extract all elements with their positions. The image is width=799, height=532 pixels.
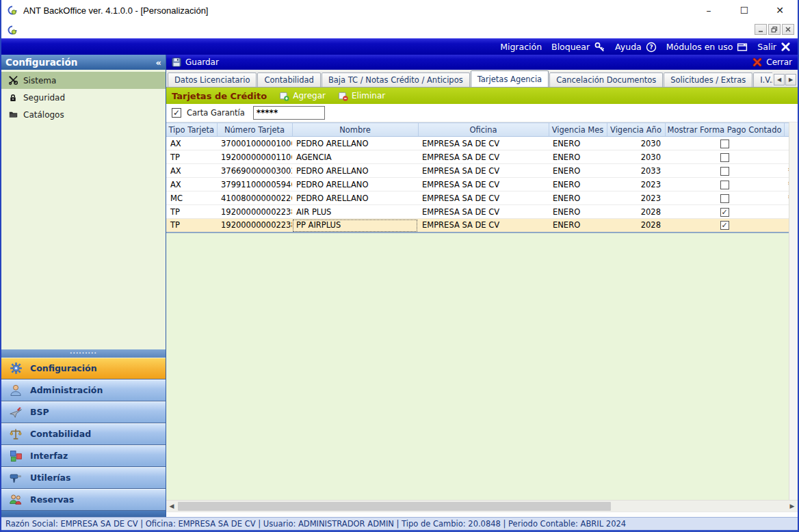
cell-anio[interactable]: 2023 [607,178,665,191]
nav-item-configuracion[interactable]: Configuración [1,358,166,380]
nav-item-bsp[interactable]: BSP [1,401,166,423]
cell-contado[interactable]: ✓ [665,205,784,219]
cell-mes[interactable]: ENERO [549,191,607,205]
salir-menu[interactable]: Salir [757,42,791,52]
tab-contabilidad[interactable]: Contabilidad [257,72,320,87]
cell-nombre[interactable]: PP AIRPLUS [292,219,418,232]
mdi-minimize-button[interactable] [755,24,767,35]
cell-nombre[interactable]: PEDRO ARELLANO [292,178,418,191]
add-card-button[interactable]: Agregar [279,91,326,101]
cell-tipo[interactable]: TP [166,205,217,219]
cell-numero[interactable]: 192000000002238 [217,219,292,232]
cell-anio[interactable]: 2028 [607,219,665,232]
cell-mes[interactable]: ENERO [549,205,607,219]
cell-nombre[interactable]: AGENCIA [292,150,418,164]
cell-oficina[interactable]: EMPRESA SA DE CV [418,219,549,232]
hscroll-right-icon[interactable]: ▶ [787,501,798,512]
contado-checkbox[interactable] [720,167,729,176]
hscroll-left-icon[interactable]: ◀ [166,501,177,512]
nav-item-utilerias[interactable]: Utilerías [1,467,166,489]
cell-nombre[interactable]: PEDRO ARELLANO [292,137,418,150]
table-row[interactable]: AX379911000005946PEDRO ARELLANOEMPRESA S… [166,178,791,191]
close-panel-button[interactable]: Cerrar [752,57,792,67]
cell-oficina[interactable]: EMPRESA SA DE CV [418,150,549,164]
cell-mes[interactable]: ENERO [549,219,607,232]
contado-checkbox[interactable] [720,139,729,148]
tab-cancelacion-documentos[interactable]: Cancelación Documentos [549,72,663,87]
table-row[interactable]: AX376690000003002PEDRO ARELLANOEMPRESA S… [166,164,791,178]
cell-numero[interactable]: 192000000001106 [217,150,292,164]
table-row[interactable]: AX370001000001000PEDRO ARELLANOEMPRESA S… [166,137,791,150]
splitter-handle[interactable]: ········· [1,349,166,358]
close-button[interactable]: ✕ [762,0,798,21]
cell-tipo[interactable]: AX [166,137,217,150]
cell-numero[interactable]: 4100800000002263 [217,191,292,205]
cell-nombre[interactable]: AIR PLUS [292,205,418,219]
modulos-menu[interactable]: Módulos en uso [666,42,748,53]
cell-oficina[interactable]: EMPRESA SA DE CV [418,137,549,150]
ayuda-menu[interactable]: Ayuda? [615,42,657,53]
tab-solicitudes-extras[interactable]: Solicitudes / Extras [664,72,752,87]
column-header-nombre[interactable]: Nombre [292,123,418,137]
cell-tipo[interactable]: AX [166,164,217,178]
cell-nombre[interactable]: PEDRO ARELLANO [292,164,418,178]
cell-numero[interactable]: 370001000001000 [217,137,292,150]
cell-oficina[interactable]: EMPRESA SA DE CV [418,191,549,205]
tab-scroll-left-icon[interactable]: ◀ [774,74,785,85]
hscroll-track[interactable] [177,501,787,512]
delete-card-button[interactable]: Eliminar [338,91,385,101]
column-header-anio[interactable]: Vigencia Año [607,123,665,137]
cell-tipo[interactable]: TP [166,219,217,232]
contado-checkbox[interactable]: ✓ [720,208,729,217]
cell-tipo[interactable]: AX [166,178,217,191]
minimize-button[interactable]: – [691,0,726,21]
cell-mes[interactable]: ENERO [549,178,607,191]
sidebar-item-sistema[interactable]: Sistema [1,72,166,89]
tab-i-v-a[interactable]: I.V.A. [753,72,772,87]
mdi-restore-button[interactable] [768,24,781,35]
column-header-oficina[interactable]: Oficina [418,123,549,137]
cell-anio[interactable]: 2030 [607,150,665,164]
contado-checkbox[interactable]: ✓ [720,221,729,230]
migracion-menu[interactable]: Migración [500,42,542,52]
cell-nombre[interactable]: PEDRO ARELLANO [292,191,418,205]
maximize-button[interactable]: ☐ [726,0,762,21]
nav-item-reservas[interactable]: Reservas [1,489,166,511]
column-header-mes[interactable]: Vigencia Mes [549,123,607,137]
cell-contado[interactable] [665,164,784,178]
cell-contado[interactable] [665,150,784,164]
cell-numero[interactable]: 192000000002238 [217,205,292,219]
cell-oficina[interactable]: EMPRESA SA DE CV [418,178,549,191]
cell-anio[interactable]: 2030 [607,137,665,150]
cell-tipo[interactable]: MC [166,191,217,205]
nav-item-administracion[interactable]: Administración [1,380,166,401]
cell-numero[interactable]: 376690000003002 [217,164,292,178]
contado-checkbox[interactable] [720,194,729,203]
save-button[interactable]: Guardar [172,57,219,67]
cell-mes[interactable]: ENERO [549,150,607,164]
table-row[interactable]: TP192000000002238AIR PLUSEMPRESA SA DE C… [166,205,791,219]
contado-checkbox[interactable] [720,181,729,189]
nav-item-contabilidad[interactable]: Contabilidad [1,423,166,445]
cell-oficina[interactable]: EMPRESA SA DE CV [418,205,549,219]
mdi-close-button[interactable] [782,24,794,35]
cell-anio[interactable]: 2028 [607,205,665,219]
cell-mes[interactable]: ENERO [549,137,607,150]
contado-checkbox[interactable] [720,153,729,162]
sidebar-item-catalogos[interactable]: Catálogos [1,106,166,123]
collapse-sidebar-icon[interactable]: « [156,57,161,68]
nav-item-interfaz[interactable]: Interfaz [1,445,166,467]
cell-contado[interactable] [665,191,784,205]
tab-baja-tc-notas-credito-anticipos[interactable]: Baja TC / Notas Crédito / Anticipos [322,72,470,87]
cell-anio[interactable]: 2033 [607,164,665,178]
tab-scroll-right-icon[interactable]: ▶ [785,74,796,85]
column-header-contado[interactable]: Mostrar Forma Pago Contado [665,123,784,137]
tab-datos-licenciatario[interactable]: Datos Licenciatario [168,72,257,87]
column-header-tipo[interactable]: Tipo Tarjeta [166,123,217,137]
cell-contado[interactable] [665,137,784,150]
cell-contado[interactable]: ✓ [665,219,784,232]
table-row[interactable]: TP192000000002238PP AIRPLUSEMPRESA SA DE… [166,219,791,232]
cell-tipo[interactable]: TP [166,150,217,164]
cell-mes[interactable]: ENERO [549,164,607,178]
sidebar-item-seguridad[interactable]: Seguridad [1,89,166,106]
